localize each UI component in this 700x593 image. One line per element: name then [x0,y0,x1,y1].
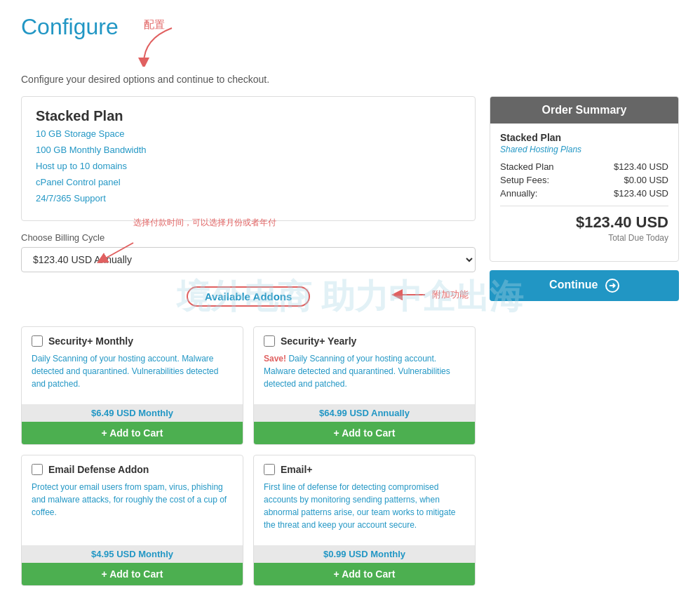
addons-grid: Security+ Monthly Daily Scanning of your… [21,326,476,586]
summary-row-0: Stacked Plan $123.40 USD [500,161,668,172]
addon-desc-security-yearly: Save! Daily Scanning of your hosting acc… [264,352,465,390]
order-summary: Order Summary Stacked Plan Shared Hostin… [490,96,679,262]
main-layout: Stacked Plan 10 GB Storage Space 100 GB … [21,96,679,586]
addon-card-body: Security+ Yearly Save! Daily Scanning of… [254,327,475,404]
addon-save-badge: Save! [264,354,286,364]
addon-title-row: Security+ Monthly [32,335,233,347]
addon-checkbox-security-yearly[interactable] [264,335,275,347]
page-title: Configure [21,14,119,40]
summary-row-label-0: Stacked Plan [500,161,554,172]
plan-feature-3: cPanel Control panel [36,177,461,187]
addon-price-email-defense: $4.95 USD Monthly [22,545,243,563]
addon-title-security-monthly: Security+ Monthly [48,335,133,347]
summary-row-value-2: $123.40 USD [614,188,668,199]
summary-divider [500,206,668,206]
addon-card-body: Email Defense Addon Protect your email u… [22,455,243,545]
addon-card-email-defense: Email Defense Addon Protect your email u… [21,455,243,586]
order-summary-body: Stacked Plan Shared Hosting Plans Stacke… [490,124,678,261]
plan-feature-1: 100 GB Monthly Bandwidth [36,145,461,155]
addon-desc-text: Daily Scanning of your hosting account. … [264,354,450,389]
page-subtitle: Configure your desired options and conti… [21,74,679,85]
addon-title-email-defense: Email Defense Addon [48,464,149,475]
arrow-decoration [130,25,186,67]
addon-checkbox-security-monthly[interactable] [32,335,43,347]
addon-title-email-plus: Email+ [281,464,313,475]
summary-plan-type: Shared Hosting Plans [500,145,668,154]
billing-arrow [91,239,147,267]
summary-row-label-2: Annually: [500,188,537,199]
addon-card-body: Email+ First line of defense for detecti… [254,455,475,545]
addon-card-email-plus: Email+ First line of defense for detecti… [253,455,476,586]
summary-row-value-1: $0.00 USD [624,175,668,185]
add-to-cart-email-defense[interactable]: + Add to Cart [22,563,243,585]
billing-cycle-label: Choose Billing Cycle [21,232,476,243]
plan-feature-4: 24/7/365 Support [36,193,461,204]
summary-total-label: Total Due Today [500,233,668,243]
billing-cycle-select[interactable]: $123.40 USD Annually $12.99 USD Monthly [21,247,476,272]
addon-card-security-monthly: Security+ Monthly Daily Scanning of your… [21,326,243,445]
addon-price-email-plus: $0.99 USD Monthly [254,545,475,563]
addon-card-security-yearly: Security+ Yearly Save! Daily Scanning of… [253,326,476,445]
summary-row-label-1: Setup Fees: [500,175,549,185]
summary-total: $123.40 USD [500,213,668,232]
summary-row-2: Annually: $123.40 USD [500,188,668,199]
addon-title-row: Email+ [264,464,465,475]
plan-box: Stacked Plan 10 GB Storage Space 100 GB … [21,96,476,221]
continue-arrow-icon: ➜ [605,279,619,293]
summary-row-value-0: $123.40 USD [614,161,668,172]
addon-price-security-monthly: $6.49 USD Monthly [22,404,243,422]
summary-plan-name: Stacked Plan [500,132,668,143]
summary-row-1: Setup Fees: $0.00 USD [500,175,668,185]
billing-annotation: 选择付款时间，可以选择月份或者年付 [133,217,276,229]
addons-annotation: 附加功能 [432,288,469,301]
plan-feature-0: 10 GB Storage Space [36,128,461,139]
continue-btn-label: Continue [549,279,598,291]
order-summary-header: Order Summary [490,97,678,124]
continue-button[interactable]: Continue ➜ [490,270,679,301]
plan-feature-2: Host up to 10 domains [36,161,461,171]
add-to-cart-security-yearly[interactable]: + Add to Cart [254,422,475,444]
addon-price-security-yearly: $64.99 USD Annually [254,404,475,422]
addon-desc-security-monthly: Daily Scanning of your hosting account. … [32,352,233,390]
addon-checkbox-email-plus[interactable] [264,464,275,475]
addons-arrow [390,286,432,303]
addon-checkbox-email-defense[interactable] [32,464,43,475]
addons-heading: Available Addons [187,286,311,307]
addons-heading-wrap: Available Addons [187,286,311,307]
addon-desc-email-plus: First line of defense for detecting comp… [264,481,465,531]
addon-title-row: Email Defense Addon [32,464,233,475]
add-to-cart-security-monthly[interactable]: + Add to Cart [22,422,243,444]
add-to-cart-email-plus[interactable]: + Add to Cart [254,563,475,585]
addon-title-security-yearly: Security+ Yearly [281,335,356,347]
left-column: Stacked Plan 10 GB Storage Space 100 GB … [21,96,476,586]
addon-title-row: Security+ Yearly [264,335,465,347]
right-column: Order Summary Stacked Plan Shared Hostin… [490,96,679,301]
addon-card-body: Security+ Monthly Daily Scanning of your… [22,327,243,404]
addon-desc-email-defense: Protect your email users from spam, viru… [32,481,233,519]
plan-name: Stacked Plan [36,108,461,124]
